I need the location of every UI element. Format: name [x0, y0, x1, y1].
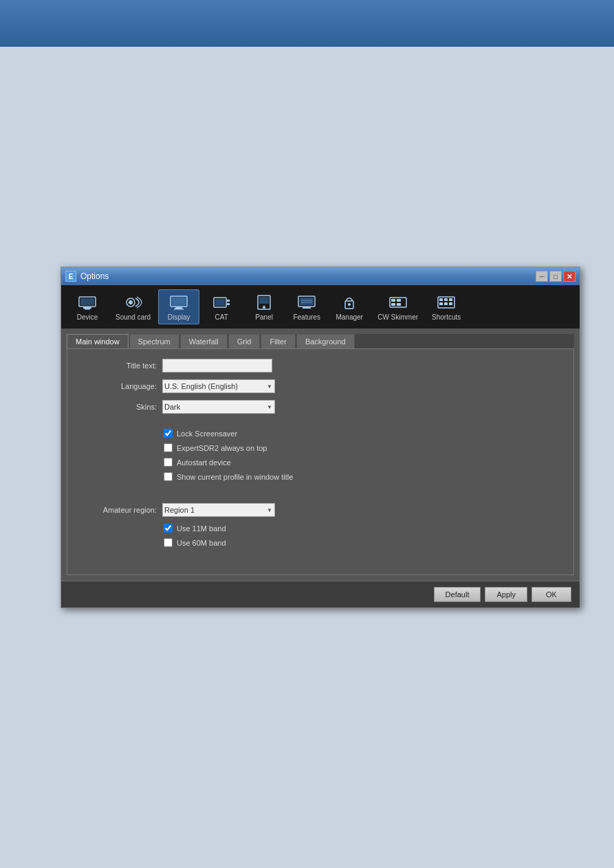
svg-rect-1 — [80, 298, 94, 305]
tab-waterfall[interactable]: Waterfall — [180, 334, 228, 348]
skins-select-wrapper: Dark — [162, 400, 275, 414]
toolbar-display[interactable]: Display — [158, 289, 199, 324]
svg-point-16 — [263, 306, 265, 309]
panel-label: Panel — [255, 313, 273, 321]
language-label: Language: — [81, 382, 157, 390]
default-button[interactable]: Default — [434, 587, 481, 602]
skins-select[interactable]: Dark — [162, 400, 275, 414]
lock-screensaver-checkbox[interactable] — [164, 429, 173, 438]
svg-rect-18 — [300, 298, 314, 305]
svg-rect-25 — [391, 299, 395, 302]
lock-screensaver-label: Lock Screensaver — [177, 430, 237, 438]
maximize-button[interactable]: □ — [549, 271, 562, 282]
dialog-icon: E — [65, 271, 76, 282]
amateur-region-select[interactable]: Region 1 — [162, 503, 275, 517]
main-panel: Title text: Language: U.S. English (Engl… — [67, 348, 574, 575]
svg-rect-31 — [444, 298, 448, 301]
expert-on-top-label: ExpertSDR2 always on top — [177, 444, 267, 452]
svg-rect-11 — [215, 299, 225, 306]
svg-rect-26 — [397, 299, 401, 302]
amateur-region-label: Amateur region: — [81, 506, 157, 514]
svg-point-5 — [129, 300, 133, 304]
use-60m-checkbox[interactable] — [164, 538, 173, 547]
expert-on-top-row: ExpertSDR2 always on top — [164, 443, 560, 452]
skins-label: Skins: — [81, 403, 157, 411]
title-bar: E Options ─ □ ✕ — [61, 267, 580, 285]
toolbar-features[interactable]: Features — [286, 289, 327, 324]
expert-on-top-checkbox[interactable] — [164, 443, 173, 452]
tab-filter[interactable]: Filter — [261, 334, 295, 348]
toolbar-shortcuts[interactable]: Shortcuts — [426, 289, 467, 324]
tabs-bar: Main window Spectrum Waterfall Grid Filt… — [67, 334, 574, 348]
toolbar-cw-skimmer[interactable]: CW Skimmer — [371, 289, 424, 324]
amateur-region-row: Amateur region: Region 1 — [81, 503, 560, 517]
svg-rect-13 — [227, 303, 230, 305]
sound-card-label: Sound card — [116, 313, 151, 321]
tab-background[interactable]: Background — [296, 334, 355, 348]
svg-rect-33 — [439, 302, 443, 305]
svg-rect-32 — [449, 298, 452, 301]
svg-rect-7 — [172, 298, 186, 305]
svg-rect-8 — [175, 307, 182, 309]
toolbar-panel[interactable]: Panel — [243, 289, 285, 324]
autostart-row: Autostart device — [164, 458, 560, 467]
svg-rect-2 — [83, 307, 91, 309]
autostart-checkbox[interactable] — [164, 458, 173, 467]
svg-rect-28 — [397, 303, 401, 306]
svg-rect-12 — [227, 300, 230, 302]
toolbar-sound-card[interactable]: Sound card — [109, 289, 157, 324]
show-profile-checkbox[interactable] — [164, 472, 173, 481]
language-row: Language: U.S. English (English) — [81, 379, 560, 393]
toolbar-cat[interactable]: CAT — [201, 289, 242, 324]
bottom-bar: Default Apply OK — [61, 581, 580, 608]
svg-rect-35 — [449, 302, 452, 305]
shortcuts-label: Shortcuts — [432, 313, 461, 321]
top-bar — [0, 0, 614, 47]
device-label: Device — [77, 313, 98, 321]
features-label: Features — [293, 313, 320, 321]
title-bar-buttons: ─ □ ✕ — [536, 271, 575, 282]
shortcuts-icon — [435, 293, 457, 312]
display-label: Display — [168, 313, 190, 321]
cw-skimmer-label: CW Skimmer — [377, 313, 418, 321]
amateur-region-select-wrapper: Region 1 — [162, 503, 275, 517]
apply-button[interactable]: Apply — [485, 587, 527, 602]
manager-label: Manager — [336, 313, 362, 321]
ok-button[interactable]: OK — [531, 587, 571, 602]
use-11m-row: Use 11M band — [164, 524, 560, 533]
language-select-wrapper: U.S. English (English) — [162, 379, 275, 393]
tab-spectrum[interactable]: Spectrum — [129, 334, 179, 348]
use-60m-label: Use 60M band — [177, 539, 226, 547]
title-bar-left: E Options — [65, 271, 109, 282]
svg-rect-19 — [303, 307, 311, 309]
cat-label: CAT — [215, 313, 228, 321]
minimize-button[interactable]: ─ — [536, 271, 548, 282]
cat-icon — [210, 293, 232, 312]
toolbar-device[interactable]: Device — [67, 289, 108, 324]
autostart-label: Autostart device — [177, 458, 231, 467]
svg-point-23 — [348, 303, 351, 306]
svg-rect-27 — [391, 303, 395, 306]
title-text-row: Title text: — [81, 359, 560, 372]
panel-icon — [253, 293, 275, 312]
tab-grid[interactable]: Grid — [228, 334, 261, 348]
use-11m-label: Use 11M band — [177, 524, 226, 533]
toolbar: Device Sound card — [61, 285, 580, 329]
svg-rect-3 — [85, 309, 90, 310]
language-select[interactable]: U.S. English (English) — [162, 379, 275, 393]
title-text-label: Title text: — [81, 361, 157, 370]
skins-row: Skins: Dark — [81, 400, 560, 414]
use-11m-checkbox[interactable] — [164, 524, 173, 533]
close-button[interactable]: ✕ — [563, 271, 575, 282]
options-dialog: E Options ─ □ ✕ — [61, 267, 580, 608]
cw-skimmer-icon — [387, 293, 409, 312]
show-profile-row: Show current profile in window title — [164, 472, 560, 481]
manager-icon — [338, 293, 360, 312]
title-text-input[interactable] — [162, 359, 272, 372]
tab-main-window[interactable]: Main window — [67, 334, 129, 348]
page-background: manualshlve.com E Options ─ □ ✕ — [0, 47, 614, 868]
svg-rect-15 — [259, 297, 269, 304]
toolbar-manager[interactable]: Manager — [329, 289, 370, 324]
svg-rect-34 — [444, 302, 448, 305]
show-profile-label: Show current profile in window title — [177, 473, 293, 481]
